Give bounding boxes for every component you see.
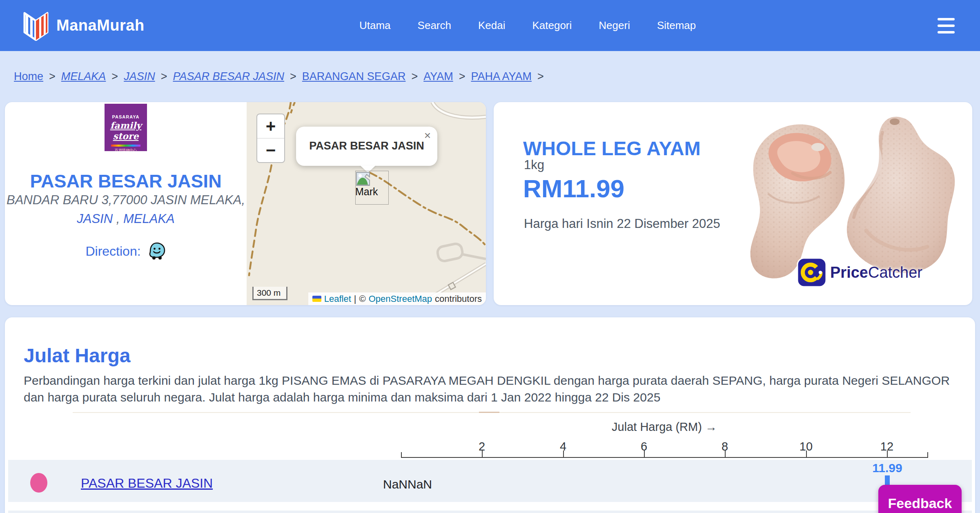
x-tick-mark — [482, 451, 483, 458]
next-price-row — [8, 511, 972, 513]
store-card: PASARAYA family store 百貨購物中心 PASAR BESAR… — [5, 102, 486, 305]
nav-kategori[interactable]: Kategori — [532, 19, 572, 32]
map-scale-bar: 300 m — [252, 287, 287, 300]
map[interactable]: + − PASAR BESAR JASIN × Mark 300 m Leafl… — [247, 102, 486, 305]
copyright-symbol: © — [359, 294, 366, 304]
axis-end-cap — [401, 452, 402, 458]
breadcrumb-barangan-segar[interactable]: BARANGAN SEGAR — [302, 70, 406, 83]
nav-negeri[interactable]: Negeri — [599, 19, 630, 32]
nav-sitemap[interactable]: Sitemap — [657, 19, 696, 32]
product-card: WHOLE LEG AYAM 1kg RM11.99 Harga hari Is… — [494, 102, 972, 305]
breadcrumb: Home > MELAKA > JASIN > PASAR BESAR JASI… — [14, 51, 544, 102]
map-popup-title: PASAR BESAR JASIN — [296, 140, 437, 152]
district-link[interactable]: JASIN — [77, 212, 113, 226]
store-info-pane: PASARAYA family store 百貨購物中心 PASAR BESAR… — [5, 102, 247, 305]
map-attribution: Leaflet | © OpenStreetMap contributors — [308, 292, 486, 305]
breadcrumb-pasar-besar-jasin[interactable]: PASAR BESAR JASIN — [173, 70, 284, 83]
store-logo-top-text: PASARAYA — [105, 114, 147, 119]
nav-search[interactable]: Search — [418, 19, 451, 32]
manamurah-logo-icon — [21, 10, 51, 41]
x-axis-label: Julat Harga (RM) → — [612, 420, 717, 434]
axis-end-cap — [927, 452, 928, 458]
breadcrumb-home[interactable]: Home — [14, 70, 43, 83]
breadcrumb-separator: > — [537, 70, 544, 83]
zoom-in-button[interactable]: + — [257, 114, 284, 138]
store-address-links: JASIN , MELAKA — [5, 212, 247, 226]
breadcrumb-separator: > — [111, 70, 118, 83]
ukraine-flag-icon — [312, 296, 321, 302]
price-point-label: 11.99 — [872, 461, 902, 475]
x-axis-line — [401, 457, 928, 458]
x-tick-mark — [806, 451, 807, 458]
store-row-link[interactable]: PASAR BESAR JASIN — [81, 476, 213, 491]
store-logo-sub-text: 百貨購物中心 — [105, 148, 147, 151]
popup-close-icon[interactable]: × — [424, 129, 431, 142]
breadcrumb-separator: > — [161, 70, 167, 83]
leaflet-link[interactable]: Leaflet — [324, 294, 351, 304]
feedback-button[interactable]: Feedback — [878, 485, 962, 513]
store-dot — [30, 473, 47, 493]
openstreetmap-link[interactable]: OpenStreetMap — [369, 294, 432, 304]
marker-alt-label: Mark — [355, 186, 378, 198]
main-nav: Utama Search Kedai Kategori Negeri Sitem… — [359, 0, 696, 51]
feedback-label: Feedback — [888, 495, 952, 511]
product-title: WHOLE LEG AYAM — [523, 137, 701, 160]
waze-icon[interactable] — [147, 242, 166, 261]
breadcrumb-melaka[interactable]: MELAKA — [61, 70, 106, 83]
nav-utama[interactable]: Utama — [359, 19, 391, 32]
store-logo-image: PASARAYA family store 百貨購物中心 — [105, 104, 147, 151]
section-description: Perbandingan harga terkini dan julat har… — [24, 372, 960, 406]
map-marker-broken-image-icon[interactable] — [356, 172, 370, 186]
product-unit: 1kg — [524, 158, 544, 172]
price-range-card: Julat Harga Perbandingan harga terkini d… — [5, 317, 975, 513]
product-price: RM11.99 — [523, 174, 624, 203]
contributors-text: contributors — [435, 294, 482, 304]
breadcrumb-jasin[interactable]: JASIN — [124, 70, 155, 83]
map-popup: PASAR BESAR JASIN × — [296, 127, 437, 166]
store-logo-main-text: family store — [105, 120, 147, 141]
breadcrumb-ayam[interactable]: AYAM — [423, 70, 453, 83]
pricecatcher-logo-icon — [797, 257, 827, 288]
breadcrumb-separator: > — [49, 70, 56, 83]
range-value-label: NaNNaN — [383, 477, 432, 491]
zoom-out-button[interactable]: − — [257, 138, 284, 162]
store-name: PASAR BESAR JASIN — [5, 171, 247, 192]
breadcrumb-paha-ayam[interactable]: PAHA AYAM — [471, 70, 532, 83]
store-logo-rainbow-stripe — [111, 145, 141, 147]
breadcrumb-separator: > — [459, 70, 466, 83]
state-link[interactable]: MELAKA — [123, 212, 175, 226]
breadcrumb-separator: > — [290, 70, 296, 83]
brand[interactable]: ManaMurah — [21, 10, 145, 41]
direction-label: Direction: — [85, 244, 140, 259]
brand-name: ManaMurah — [56, 17, 145, 34]
x-tick-mark — [725, 451, 726, 458]
page: ManaMurah Utama Search Kedai Kategori Ne… — [0, 0, 980, 513]
x-tick-mark — [887, 451, 888, 458]
attribution-separator: | — [354, 294, 356, 304]
hamburger-menu-icon[interactable] — [938, 18, 955, 33]
x-tick-mark — [563, 451, 564, 458]
chart-top-divider-accent — [479, 412, 499, 413]
direction-row: Direction: — [5, 242, 247, 261]
nav-kedai[interactable]: Kedai — [478, 19, 506, 32]
pricecatcher-text: PriceCatcher — [830, 264, 922, 281]
x-tick-mark — [644, 451, 645, 458]
section-title: Julat Harga — [24, 344, 130, 367]
store-address: BANDAR BARU 3,77000 JASIN MELAKA, — [5, 193, 247, 207]
pricecatcher-watermark: PriceCatcher — [797, 257, 922, 288]
site-header: ManaMurah Utama Search Kedai Kategori Ne… — [0, 0, 980, 51]
map-zoom-control: + − — [256, 114, 285, 163]
breadcrumb-separator: > — [411, 70, 418, 83]
price-date-note: Harga hari Isnin 22 Disember 2025 — [524, 216, 720, 231]
address-comma: , — [116, 212, 120, 226]
